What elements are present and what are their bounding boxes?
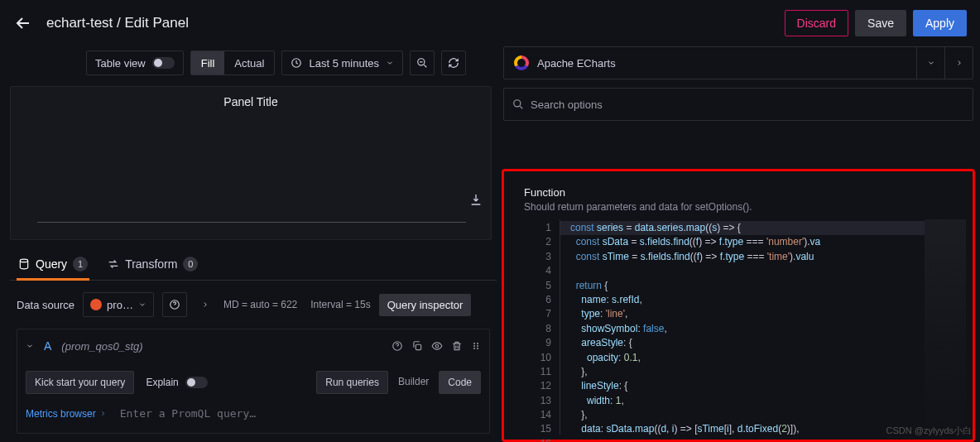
tab-transform-label: Transform	[125, 257, 177, 271]
run-queries-button[interactable]: Run queries	[316, 371, 388, 394]
prometheus-icon	[90, 299, 102, 310]
trash-icon[interactable]	[451, 340, 463, 352]
metrics-browser-label: Metrics browser	[26, 408, 96, 420]
svg-point-10	[477, 343, 478, 344]
apply-button[interactable]: Apply	[913, 10, 967, 36]
function-subtitle: Should return parameters and data for se…	[524, 201, 973, 213]
breadcrumb: echart-test / Edit Panel	[46, 15, 785, 31]
actual-option[interactable]: Actual	[224, 51, 274, 74]
code-editor[interactable]: 123456789101112131415161718 const series…	[524, 219, 966, 435]
datasource-label: Data source	[17, 299, 74, 311]
panel-title: Panel Title	[11, 87, 491, 117]
tab-transform-badge: 0	[183, 257, 198, 271]
svg-point-7	[473, 343, 475, 344]
query-name: (prom_qos0_stg)	[61, 340, 382, 353]
svg-point-11	[477, 345, 478, 347]
table-view-label: Table view	[95, 57, 146, 70]
refresh-icon	[448, 57, 459, 69]
metrics-browser-button[interactable]: Metrics browser	[26, 408, 107, 420]
query-editor: A (prom_qos0_stg) Kick start your query …	[17, 329, 490, 434]
svg-point-2	[20, 259, 27, 262]
back-arrow-icon[interactable]	[13, 13, 33, 33]
chevron-down-icon	[927, 59, 935, 67]
svg-point-9	[473, 348, 475, 349]
promql-input[interactable]: Enter a PromQL query…	[117, 402, 481, 425]
watermark: CSDN @zylyyds小白	[886, 425, 972, 437]
time-range-picker[interactable]: Last 5 minutes	[281, 50, 403, 75]
database-icon	[18, 258, 30, 270]
search-icon	[512, 98, 524, 110]
tab-query[interactable]: Query 1	[17, 257, 89, 280]
panel-preview: Panel Title	[10, 86, 492, 240]
copy-icon[interactable]	[411, 340, 423, 352]
kickstart-button[interactable]: Kick start your query	[26, 371, 134, 394]
save-button[interactable]: Save	[855, 10, 906, 36]
svg-point-8	[473, 345, 475, 347]
line-gutter: 123456789101112131415161718	[524, 219, 560, 435]
explain-toggle[interactable]: Explain	[146, 377, 207, 388]
tab-transform[interactable]: Transform 0	[106, 257, 199, 280]
help-icon[interactable]	[392, 340, 403, 352]
chevron-down-icon[interactable]	[26, 342, 34, 350]
refresh-button[interactable]	[441, 50, 466, 75]
fill-option[interactable]: Fill	[191, 51, 225, 74]
query-inspector-button[interactable]: Query inspector	[379, 294, 472, 316]
transform-icon	[108, 258, 119, 270]
search-options-input[interactable]: Search options	[503, 88, 973, 121]
discard-button[interactable]: Discard	[785, 10, 848, 36]
time-range-label: Last 5 minutes	[309, 57, 379, 70]
drag-handle-icon[interactable]	[471, 340, 481, 352]
echarts-logo-icon	[514, 55, 529, 70]
visualization-next[interactable]	[944, 47, 973, 79]
search-placeholder: Search options	[531, 98, 603, 111]
tab-query-label: Query	[36, 257, 67, 271]
chevron-down-icon	[386, 59, 394, 67]
chevron-down-icon	[138, 300, 147, 309]
interval-label: Interval = 15s	[310, 299, 370, 310]
chevron-right-icon	[955, 59, 963, 67]
svg-rect-5	[416, 344, 420, 349]
zoom-out-button[interactable]	[410, 50, 435, 75]
table-view-toggle[interactable]: Table view	[86, 50, 184, 75]
clock-icon	[291, 57, 302, 69]
function-title: Function	[524, 186, 973, 199]
visualization-picker[interactable]: Apache ECharts	[503, 46, 973, 79]
visualization-expand[interactable]	[916, 47, 944, 79]
explain-label: Explain	[146, 377, 178, 388]
visualization-name: Apache ECharts	[537, 57, 616, 70]
zoom-out-icon	[416, 57, 428, 69]
chevron-right-icon	[201, 300, 209, 309]
download-button[interactable]	[469, 193, 483, 206]
eye-icon[interactable]	[431, 340, 443, 352]
svg-point-12	[477, 348, 478, 349]
minimap[interactable]	[925, 219, 966, 435]
tab-query-badge: 1	[73, 257, 88, 271]
fill-actual-switch[interactable]: Fill Actual	[190, 50, 276, 75]
chevron-right-icon	[99, 410, 107, 417]
code-content[interactable]: const series = data.series.map((s) => { …	[560, 219, 925, 435]
toggle-off-icon	[185, 377, 208, 388]
toggle-off-icon	[152, 57, 175, 69]
svg-point-6	[435, 344, 439, 348]
function-section-highlight: Function Should return parameters and da…	[502, 169, 975, 442]
help-icon	[169, 299, 180, 310]
datasource-help-button[interactable]	[162, 292, 187, 317]
download-icon	[469, 193, 483, 206]
md-label: MD = auto = 622	[223, 299, 297, 310]
datasource-next-button[interactable]	[195, 292, 215, 317]
query-ref-id: A	[44, 339, 51, 353]
chart-axis-line	[37, 222, 466, 223]
datasource-select[interactable]: pro…	[83, 292, 154, 317]
builder-tab[interactable]: Builder	[395, 371, 432, 394]
svg-point-13	[514, 100, 521, 107]
datasource-selected: pro…	[107, 299, 133, 311]
code-tab[interactable]: Code	[439, 371, 481, 394]
